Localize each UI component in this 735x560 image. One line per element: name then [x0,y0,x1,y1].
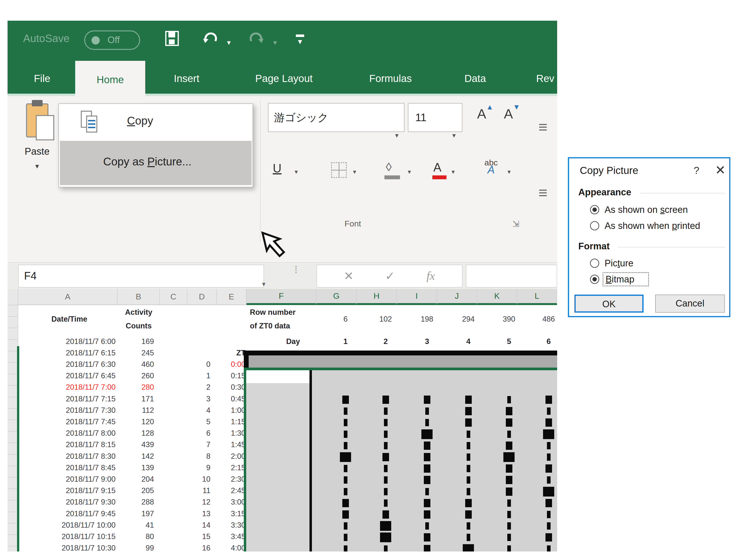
radio-picture[interactable] [590,259,599,268]
ok-button[interactable]: OK [574,295,644,313]
cell-zt-index[interactable]: 8 [187,451,210,462]
cell-count[interactable]: 99 [118,542,154,551]
undo-icon[interactable] [202,29,218,49]
insert-function-icon[interactable]: fx [426,269,435,282]
cell-zt-time[interactable]: 1:00 [217,405,245,416]
radio-bitmap[interactable] [590,275,599,284]
cell-datetime[interactable]: 2018/11/7 7:30 [23,405,116,416]
menu-item-copy[interactable]: Copy [59,104,253,140]
grow-font-button[interactable]: A [477,106,486,122]
cell-count[interactable]: 439 [118,439,154,450]
paste-caret-icon[interactable]: ▾ [16,162,58,170]
autosave-toggle[interactable]: Off [84,30,140,50]
cell-count[interactable]: 169 [118,336,154,347]
cell-zt-index[interactable]: 2 [187,381,210,393]
cell-count[interactable]: 41 [118,519,154,531]
formula-input[interactable] [466,265,557,288]
dialog-help-icon[interactable]: ? [694,165,699,176]
cell-zt-time[interactable]: 2:30 [217,473,245,485]
cell-zt-time[interactable]: 3:15 [217,508,245,519]
cell-datetime[interactable]: 2018/11/7 7:15 [23,393,116,405]
undo-caret-icon[interactable]: ▾ [227,38,231,47]
column-header-B[interactable]: B [118,289,160,305]
cell-datetime[interactable]: 2018/11/7 8:30 [23,451,116,462]
column-header-H[interactable]: H [357,289,397,305]
cell-count[interactable]: 112 [118,405,154,416]
font-color-caret-icon[interactable]: ▾ [452,168,455,176]
cell-rownumber[interactable]: 294 [449,313,488,325]
cell-zt-time[interactable]: 1:15 [217,416,245,427]
cell-count[interactable]: 245 [118,347,154,359]
name-box[interactable]: F4 ▾ [18,265,264,288]
cell-zt-time[interactable]: 4:00 [217,542,245,551]
font-dialog-launcher-icon[interactable]: ⇲ [512,219,519,229]
redo-icon[interactable] [248,29,264,49]
cell-zt-index[interactable]: 16 [187,542,210,551]
cell-zt-index[interactable]: 3 [187,393,210,405]
radio-label-as-shown-on-screen[interactable]: As shown on screen [605,205,688,215]
cell-rownumber[interactable]: 102 [366,313,405,325]
cell-zt-index[interactable]: 4 [187,405,210,416]
cell-day[interactable]: 6 [529,336,557,347]
cell-count[interactable]: 128 [118,427,154,439]
cell-datetime[interactable]: 2018/11/7 6:30 [23,359,116,370]
cell-zt-index[interactable]: 6 [187,427,210,439]
cell-count[interactable]: 260 [118,370,154,381]
save-icon[interactable] [165,31,179,46]
customize-qat-icon[interactable]: ▬▾ [296,30,304,45]
radio-as-shown-on-screen[interactable] [590,205,599,214]
cell-datetime[interactable]: 2018/11/7 7:45 [23,416,116,427]
cancel-button[interactable]: Cancel [655,295,725,313]
cancel-entry-icon[interactable]: ✕ [344,269,354,283]
cell-day[interactable]: 1 [326,336,365,347]
row-header-strip[interactable] [8,289,18,551]
cell-count[interactable]: 171 [118,393,154,405]
tab-file[interactable]: File [20,61,64,96]
cell-datetime[interactable]: 2018/11/7 8:15 [23,439,116,450]
borders-icon[interactable] [331,162,347,178]
cell-count[interactable]: 460 [118,359,154,370]
cell-datetime[interactable]: 2018/11/7 9:00 [23,473,116,485]
cell-datetime[interactable]: 2018/11/7 6:00 [23,336,116,347]
column-header-L[interactable]: L [517,289,557,305]
tab-insert[interactable]: Insert [162,61,211,96]
cell-rownumber[interactable]: 198 [408,313,446,325]
cell-count[interactable]: 204 [118,473,154,485]
cell-zt-index[interactable]: 12 [187,496,210,508]
cell-zt-index[interactable]: 7 [187,439,210,450]
cell-count[interactable]: 280 [118,381,154,393]
cell-zt-index[interactable]: 15 [187,531,210,542]
cell-datetime[interactable]: 2018/11/7 9:30 [23,496,116,508]
cell-datetime[interactable]: 2018/11/7 8:45 [23,462,116,473]
font-color-icon[interactable]: A [433,160,441,174]
font-name-select[interactable]: 游ゴシック ▾ [268,103,405,132]
cell-count[interactable]: 139 [118,462,154,473]
cell-day[interactable]: 4 [449,336,488,347]
cell-zt-index[interactable]: 5 [187,416,210,427]
redo-caret-icon[interactable]: ▾ [273,38,277,47]
font-size-caret-icon[interactable]: ▾ [452,122,456,149]
cell-zt-time[interactable]: 1:45 [217,439,245,450]
tab-home[interactable]: Home [75,61,145,99]
column-header-D[interactable]: D [187,289,217,305]
cell-day[interactable]: 3 [408,336,446,347]
underline-button[interactable]: U [273,161,281,175]
cell-day[interactable]: 5 [490,336,528,347]
cell-rownumber[interactable]: 390 [490,313,528,325]
column-header-C[interactable]: C [160,289,187,305]
font-name-caret-icon[interactable]: ▾ [395,122,399,149]
align-left-icon[interactable]: ≡ [538,184,547,202]
cell-count[interactable]: 142 [118,451,154,462]
cell-zt-index[interactable]: 10 [187,473,210,485]
cell-datetime[interactable]: 2018/11/7 6:15 [23,347,116,359]
cell-zt-index[interactable]: 9 [187,462,210,473]
cell-datetime[interactable]: 2018/11/7 8:00 [23,427,116,439]
radio-label-as-shown-when-printed[interactable]: As shown when printed [605,221,700,231]
cell-zt-time[interactable]: 2:00 [217,451,245,462]
phonetic-caret-icon[interactable]: ▾ [508,168,511,176]
cell-rownumber[interactable]: 6 [326,313,365,325]
cell-count[interactable]: 80 [118,531,154,542]
cell-zt-index[interactable]: 14 [187,519,210,531]
cell-zt-time[interactable]: 2:45 [217,485,245,496]
cell-datetime[interactable]: 2018/11/7 10:00 [23,519,116,531]
